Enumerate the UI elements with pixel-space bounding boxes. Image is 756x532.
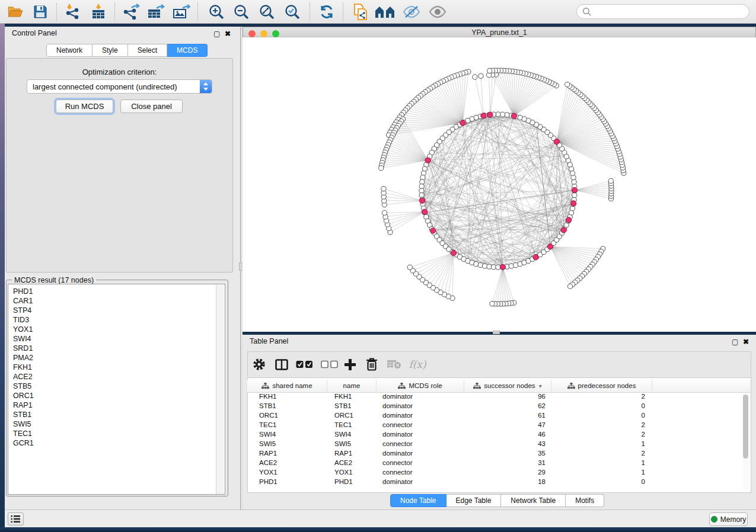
delete-column-icon[interactable] — [364, 355, 379, 373]
settings-gear-icon[interactable] — [252, 355, 266, 373]
run-mcds-button[interactable]: Run MCDS — [56, 100, 113, 113]
close-panel-button[interactable]: Close panel — [120, 100, 183, 113]
import-network-icon[interactable] — [62, 2, 83, 21]
export-table-icon[interactable] — [145, 2, 167, 21]
save-session-icon[interactable] — [30, 2, 51, 21]
table-row[interactable]: FKH1FKH1dominator962 — [247, 392, 742, 402]
table-row[interactable]: PHD1PHD1dominator180 — [247, 477, 742, 487]
zoom-in-icon[interactable] — [206, 2, 227, 21]
mcds-dominator-node[interactable] — [420, 198, 425, 203]
table-row[interactable]: SWI5SWI5connector431 — [247, 440, 742, 449]
export-network-icon[interactable] — [120, 2, 142, 21]
mcds-dominator-node[interactable] — [533, 255, 538, 260]
mcds-result-item[interactable]: ORC1 — [13, 391, 225, 400]
tab-select[interactable]: Select — [128, 44, 167, 57]
refresh-icon[interactable] — [316, 2, 337, 21]
network-node[interactable] — [483, 264, 487, 268]
tab-motifs[interactable]: Motifs — [566, 494, 604, 507]
table-scrollbar-thumb[interactable] — [743, 395, 748, 459]
mcds-dominator-node[interactable] — [554, 139, 559, 145]
network-leaf-node[interactable] — [473, 75, 477, 79]
mcds-result-item[interactable]: PHD1 — [13, 287, 225, 296]
network-node[interactable] — [572, 180, 576, 184]
horizontal-splitter-grip[interactable] — [493, 331, 500, 334]
network-node[interactable] — [419, 193, 424, 197]
table-row[interactable]: STB1STB1dominator620 — [247, 402, 742, 411]
network-leaf-node[interactable] — [382, 210, 387, 215]
mcds-dominator-node[interactable] — [500, 264, 505, 270]
network-leaf-node[interactable] — [565, 82, 570, 86]
mcds-result-item[interactable]: GCR1 — [13, 438, 225, 448]
mcds-result-item[interactable]: STB1 — [13, 410, 225, 419]
mcds-result-item[interactable]: PMA2 — [13, 353, 225, 363]
copy-network-icon[interactable] — [350, 2, 371, 21]
mcds-dominator-node[interactable] — [571, 201, 576, 206]
column-header-MCDS-role[interactable]: MCDS role — [377, 380, 464, 392]
mcds-dominator-node[interactable] — [572, 187, 577, 193]
network-leaf-node[interactable] — [381, 187, 386, 191]
mcds-result-item[interactable]: FKH1 — [13, 363, 225, 372]
table-row[interactable]: SWI4SWI4dominator462 — [247, 430, 742, 440]
float-table-panel-icon[interactable]: ▢ — [732, 338, 738, 346]
mcds-list-scrollbar[interactable] — [216, 285, 224, 495]
float-panel-icon[interactable]: ▢ — [213, 30, 220, 38]
network-node[interactable] — [572, 193, 577, 197]
column-header-successor-nodes[interactable]: successor nodes ▾ — [464, 380, 551, 392]
optimization-criterion-select[interactable]: largest connected component (undirected) — [27, 79, 212, 94]
network-node[interactable] — [570, 206, 575, 211]
network-node[interactable] — [419, 184, 424, 188]
hide-selected-icon[interactable] — [401, 2, 422, 21]
table-row[interactable]: RAP1RAP1dominator352 — [247, 449, 742, 459]
mcds-result-item[interactable]: TID3 — [13, 315, 225, 325]
search-input[interactable] — [576, 4, 749, 19]
network-node[interactable] — [419, 188, 424, 193]
network-node[interactable] — [509, 264, 513, 268]
network-canvas[interactable] — [243, 37, 756, 332]
task-history-button[interactable] — [8, 512, 24, 525]
first-neighbors-icon[interactable] — [374, 2, 395, 21]
zoom-fit-icon[interactable] — [256, 2, 277, 21]
network-node[interactable] — [571, 175, 576, 180]
table-row[interactable]: ORC1ORC1dominator610 — [247, 411, 742, 421]
close-table-panel-icon[interactable]: ✖ — [743, 338, 749, 346]
mcds-result-item[interactable]: SWI4 — [13, 334, 225, 344]
delete-table-icon[interactable] — [386, 355, 403, 373]
network-node[interactable] — [478, 262, 483, 267]
mcds-result-item[interactable]: YOX1 — [13, 325, 225, 334]
network-leaf-node[interactable] — [379, 166, 384, 171]
mcds-result-item[interactable]: ACE2 — [13, 372, 225, 382]
tab-network[interactable]: Network — [46, 44, 92, 57]
zoom-selected-icon[interactable] — [282, 2, 303, 21]
tab-edge-table[interactable]: Edge Table — [446, 494, 502, 507]
show-all-icon[interactable] — [427, 2, 448, 21]
tab-network-table[interactable]: Network Table — [501, 494, 566, 507]
add-column-icon[interactable] — [342, 355, 358, 373]
select-all-icon[interactable] — [295, 355, 314, 373]
mcds-dominator-node[interactable] — [425, 158, 430, 163]
unselect-all-icon[interactable] — [320, 355, 339, 373]
mcds-dominator-node[interactable] — [481, 113, 486, 118]
mcds-dominator-node[interactable] — [487, 112, 493, 117]
network-leaf-node[interactable] — [568, 284, 573, 289]
column-header-name[interactable]: name — [327, 380, 377, 392]
network-node[interactable] — [487, 264, 492, 269]
function-builder-icon[interactable]: f(x) — [407, 355, 428, 373]
mcds-dominator-node[interactable] — [451, 250, 457, 255]
mcds-result-item[interactable]: STB5 — [13, 382, 225, 391]
memory-button[interactable]: Memory — [709, 512, 748, 526]
mcds-dominator-node[interactable] — [561, 227, 566, 233]
export-image-icon[interactable] — [171, 2, 192, 21]
network-leaf-node[interactable] — [608, 178, 613, 183]
network-leaf-node[interactable] — [487, 68, 492, 73]
table-row[interactable]: YOX1YOX1connector291 — [247, 468, 742, 477]
mcds-dominator-node[interactable] — [430, 228, 435, 233]
mcds-dominator-node[interactable] — [547, 244, 553, 249]
mcds-result-item[interactable]: STP4 — [13, 306, 225, 315]
network-node[interactable] — [496, 112, 500, 117]
import-table-icon[interactable] — [88, 2, 109, 21]
network-leaf-node[interactable] — [407, 265, 412, 270]
tab-mcds[interactable]: MCDS — [167, 44, 208, 57]
close-panel-icon[interactable]: ✖ — [225, 30, 231, 38]
mcds-result-item[interactable]: SWI5 — [13, 419, 225, 429]
mcds-result-item[interactable]: RAP1 — [13, 400, 225, 410]
